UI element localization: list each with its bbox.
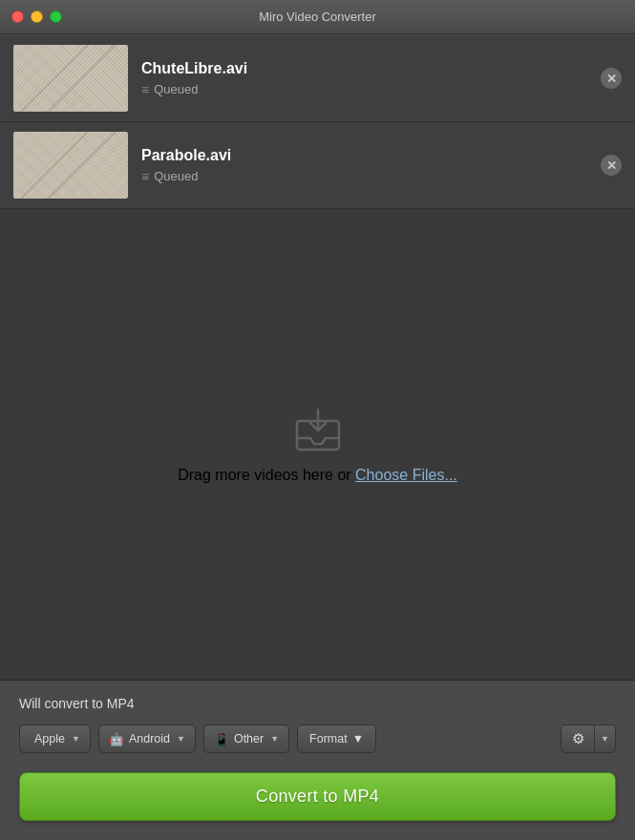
settings-dropdown-arrow-icon: ▼ xyxy=(601,734,609,744)
android-label: Android xyxy=(129,732,170,746)
title-bar: Miro Video Converter xyxy=(0,0,635,34)
remove-button[interactable]: ✕ xyxy=(601,68,622,89)
maximize-button[interactable] xyxy=(50,10,62,23)
app-title: Miro Video Converter xyxy=(259,10,376,24)
other-arrow-icon: ▼ xyxy=(270,734,279,744)
format-button[interactable]: Format ▼ xyxy=(297,724,376,753)
format-row: Apple ▼ 🤖 Android ▼ 📱 Other ▼ Format ▼ ⚙ xyxy=(19,724,616,753)
queued-icon: ≡ xyxy=(141,169,149,184)
apple-arrow-icon: ▼ xyxy=(72,734,80,744)
drop-text: Drag more videos here or xyxy=(178,467,355,483)
android-button[interactable]: 🤖 Android ▼ xyxy=(98,724,196,753)
drop-zone-text: Drag more videos here or Choose Files... xyxy=(178,467,457,484)
drop-icon xyxy=(293,406,343,455)
convert-label: Will convert to MP4 xyxy=(19,696,616,711)
video-thumbnail xyxy=(13,45,128,112)
video-name: ChuteLibre.avi xyxy=(141,60,622,77)
video-info: Parabole.avi ≡ Queued xyxy=(141,147,622,184)
video-name: Parabole.avi xyxy=(141,147,622,164)
queued-icon: ≡ xyxy=(141,82,149,97)
bottom-bar: Will convert to MP4 Apple ▼ 🤖 Android ▼ … xyxy=(0,681,635,840)
status-text: Queued xyxy=(154,169,198,183)
android-arrow-icon: ▼ xyxy=(177,734,185,744)
settings-dropdown-button[interactable]: ▼ xyxy=(595,724,616,753)
android-icon: 🤖 xyxy=(109,732,124,746)
choose-files-link[interactable]: Choose Files... xyxy=(355,467,457,483)
video-item: ChuteLibre.avi ≡ Queued ✕ xyxy=(0,34,635,122)
video-list: ChuteLibre.avi ≡ Queued ✕ Parabole.avi ≡… xyxy=(0,34,635,209)
settings-group: ⚙ ▼ xyxy=(561,724,616,753)
drop-zone[interactable]: Drag more videos here or Choose Files... xyxy=(0,209,635,681)
format-label: Format xyxy=(309,732,348,746)
minimize-button[interactable] xyxy=(31,10,43,23)
status-text: Queued xyxy=(154,82,198,96)
video-item: Parabole.avi ≡ Queued ✕ xyxy=(0,122,635,209)
apple-button[interactable]: Apple ▼ xyxy=(19,724,91,753)
settings-button[interactable]: ⚙ xyxy=(561,724,595,753)
other-icon: 📱 xyxy=(214,732,229,746)
video-status: ≡ Queued xyxy=(141,82,622,97)
video-info: ChuteLibre.avi ≡ Queued xyxy=(141,60,622,97)
remove-button[interactable]: ✕ xyxy=(601,155,622,176)
convert-button[interactable]: Convert to MP4 xyxy=(19,772,616,821)
video-status: ≡ Queued xyxy=(141,169,622,184)
apple-label: Apple xyxy=(34,732,65,746)
format-arrow-icon: ▼ xyxy=(352,732,364,746)
video-thumbnail xyxy=(13,132,128,199)
other-label: Other xyxy=(234,732,264,746)
other-button[interactable]: 📱 Other ▼ xyxy=(203,724,289,753)
settings-icon: ⚙ xyxy=(572,730,584,747)
window-controls xyxy=(11,10,62,23)
close-button[interactable] xyxy=(11,10,24,23)
